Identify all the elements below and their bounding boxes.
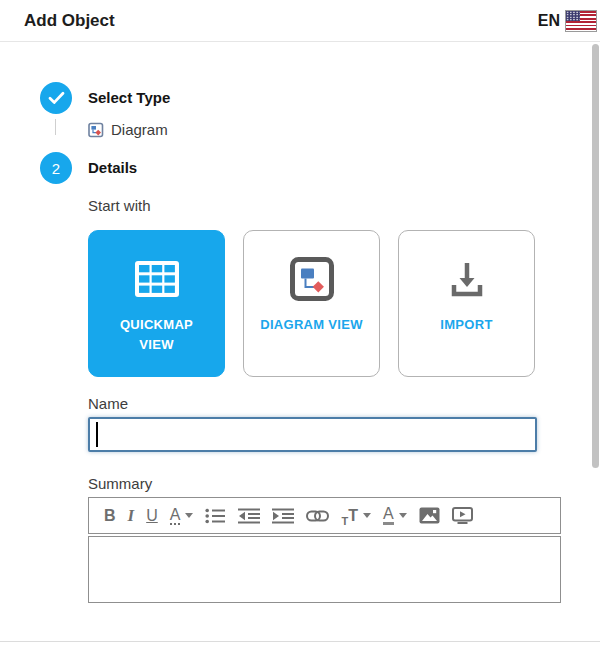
text-color-button[interactable]: A	[377, 501, 413, 531]
stepper-connector	[55, 119, 56, 135]
chevron-down-icon	[185, 513, 193, 518]
language-selector[interactable]: EN	[538, 0, 597, 42]
name-input[interactable]	[88, 417, 537, 452]
link-icon	[306, 510, 329, 522]
step-2-indicator: 2	[40, 152, 72, 184]
indent-button[interactable]	[266, 501, 300, 531]
selected-type-item[interactable]: Diagram	[88, 121, 168, 138]
bullet-list-icon	[205, 507, 226, 525]
summary-editor-content[interactable]	[88, 536, 561, 603]
image-icon	[419, 507, 440, 524]
checkmark-icon	[48, 91, 65, 105]
insert-video-button[interactable]	[446, 501, 479, 531]
diagram-view-icon	[289, 257, 335, 301]
option-quickmap-view[interactable]: QUICKMAP VIEW	[88, 230, 225, 377]
unordered-list-button[interactable]	[199, 501, 232, 531]
option-import[interactable]: IMPORT	[398, 230, 535, 377]
chevron-down-icon	[399, 513, 407, 518]
summary-editor-toolbar: B I U A	[88, 497, 561, 534]
dialog-header: Add Object EN	[0, 0, 600, 42]
insert-link-button[interactable]	[300, 501, 335, 531]
outdent-button[interactable]	[232, 501, 266, 531]
summary-label: Summary	[88, 475, 152, 492]
outdent-icon	[238, 507, 260, 525]
start-with-label: Start with	[88, 197, 151, 214]
step-2-label: Details	[88, 152, 137, 184]
diagram-icon	[88, 122, 104, 138]
option-diagram-view[interactable]: DIAGRAM VIEW	[243, 230, 380, 377]
scrollbar-thumb[interactable]	[592, 44, 599, 468]
import-download-icon	[447, 257, 487, 301]
font-style-button[interactable]: A	[164, 501, 200, 531]
underline-button[interactable]: U	[140, 501, 164, 531]
font-size-button[interactable]: T T	[335, 501, 377, 531]
option-import-label: IMPORT	[415, 315, 519, 335]
name-field-wrap	[88, 417, 537, 452]
video-icon	[452, 507, 473, 524]
step-1-label: Select Type	[88, 82, 170, 114]
insert-image-button[interactable]	[413, 501, 446, 531]
chevron-down-icon	[363, 513, 371, 518]
selected-type-label: Diagram	[111, 121, 168, 138]
table-grid-icon	[134, 257, 180, 301]
dialog-title: Add Object	[24, 11, 115, 31]
language-code: EN	[538, 12, 560, 30]
indent-icon	[272, 507, 294, 525]
us-flag-icon	[565, 10, 597, 32]
option-diagram-label: DIAGRAM VIEW	[260, 315, 364, 335]
step-2-number: 2	[52, 160, 60, 177]
italic-button[interactable]: I	[122, 501, 141, 531]
footer-divider	[0, 641, 600, 642]
add-object-dialog: Add Object EN Select Type Diagram 2 Deta…	[0, 0, 600, 651]
name-label: Name	[88, 395, 128, 412]
bold-button[interactable]: B	[98, 501, 122, 531]
start-with-options: QUICKMAP VIEW DIAGRAM VIEW	[88, 230, 535, 377]
step-1-indicator	[40, 82, 72, 114]
option-quickmap-label: QUICKMAP VIEW	[105, 315, 209, 355]
